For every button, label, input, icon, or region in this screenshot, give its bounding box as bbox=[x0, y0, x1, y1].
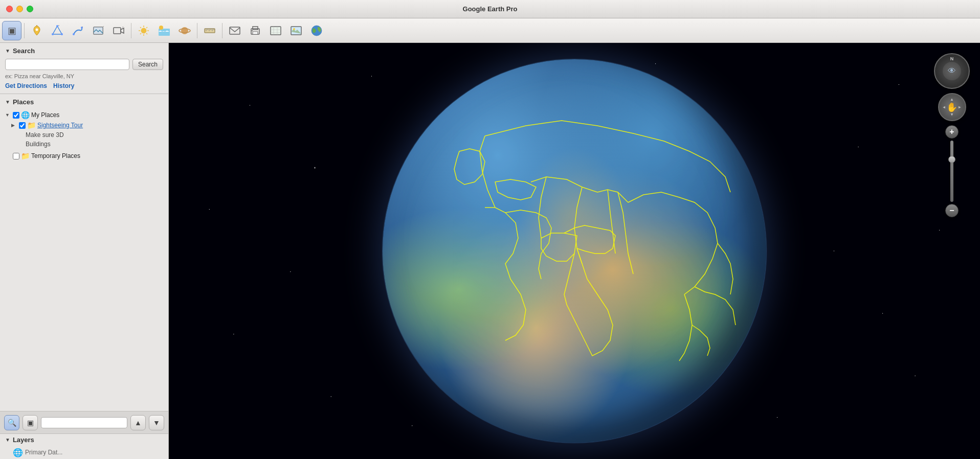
email-button[interactable] bbox=[225, 21, 244, 40]
compass-inner[interactable]: 👁 bbox=[943, 62, 961, 80]
search-mode-button[interactable]: 🔍 bbox=[4, 415, 19, 430]
svg-rect-42 bbox=[271, 27, 281, 35]
title-bar: Google Earth Pro bbox=[0, 0, 980, 18]
layer-mode-button[interactable]: ▣ bbox=[23, 415, 38, 430]
search-button[interactable]: Search bbox=[132, 59, 163, 70]
svg-point-44 bbox=[293, 28, 295, 30]
my-places-item: ▼ 🌐 My Places bbox=[5, 110, 163, 120]
sidebar-bottom-toolbar: 🔍 ▣ ▲ ▼ bbox=[0, 411, 168, 433]
sunlight-button[interactable] bbox=[134, 21, 153, 40]
folder-name-input[interactable] bbox=[41, 417, 127, 428]
zoom-out-button[interactable]: − bbox=[945, 204, 959, 217]
history-link[interactable]: History bbox=[53, 82, 74, 89]
layers-panel-header[interactable]: ▼ Layers bbox=[5, 436, 163, 444]
svg-point-27 bbox=[159, 26, 163, 30]
svg-point-41 bbox=[252, 30, 253, 31]
search-input[interactable] bbox=[5, 59, 129, 70]
temporary-places-label: Temporary Places bbox=[31, 152, 80, 159]
my-places-row[interactable]: ▼ 🌐 My Places bbox=[5, 111, 59, 119]
app-title: Google Earth Pro bbox=[463, 5, 518, 13]
add-polygon-button[interactable] bbox=[48, 21, 67, 40]
layers-panel-title: Layers bbox=[13, 436, 34, 444]
temporary-places-item: ▶ 📁 Temporary Places bbox=[5, 151, 163, 161]
my-places-icon: 🌐 bbox=[21, 111, 30, 119]
places-panel-header[interactable]: ▼ Places bbox=[5, 98, 163, 106]
sky-button[interactable] bbox=[154, 21, 174, 40]
svg-point-5 bbox=[52, 33, 54, 35]
my-places-label: My Places bbox=[31, 111, 59, 119]
svg-marker-2 bbox=[53, 26, 62, 34]
svg-line-22 bbox=[140, 27, 141, 28]
search-hint: ex: Pizza near Clayville, NY bbox=[5, 73, 163, 79]
print-button[interactable] bbox=[246, 21, 265, 40]
sightseeing-tour-row[interactable]: ▶ 📁 Sightseeing Tour bbox=[11, 121, 83, 129]
search-panel-title: Search bbox=[13, 47, 35, 55]
svg-rect-37 bbox=[230, 27, 240, 34]
add-placemark-button[interactable] bbox=[27, 21, 47, 40]
sightseeing-note-2: Buildings bbox=[26, 141, 51, 148]
toolbar-sep-4 bbox=[222, 23, 222, 38]
primary-database-label: Primary Dat... bbox=[25, 449, 62, 456]
sightseeing-tour-note: Make sure 3D Buildings bbox=[26, 130, 163, 149]
toolbar-sep-2 bbox=[131, 23, 131, 38]
planets-button[interactable] bbox=[175, 21, 194, 40]
layers-panel: ▼ Layers 🌐 Primary Dat... bbox=[0, 433, 168, 459]
save-image-button[interactable] bbox=[286, 21, 306, 40]
ruler-button[interactable] bbox=[200, 21, 219, 40]
pan-down-icon[interactable]: ▲ bbox=[950, 112, 954, 117]
move-up-button[interactable]: ▲ bbox=[130, 415, 146, 430]
country-borders-svg bbox=[383, 59, 766, 443]
sightseeing-tour-label[interactable]: Sightseeing Tour bbox=[37, 122, 83, 129]
add-path-button[interactable] bbox=[68, 21, 87, 40]
search-panel-header[interactable]: ▼ Search bbox=[5, 47, 163, 55]
earth-globe[interactable] bbox=[383, 59, 766, 443]
record-tour-button[interactable] bbox=[109, 21, 128, 40]
toolbar-sep-3 bbox=[197, 23, 197, 38]
svg-point-7 bbox=[73, 33, 75, 35]
get-directions-link[interactable]: Get Directions bbox=[5, 82, 47, 89]
close-button[interactable] bbox=[6, 6, 13, 12]
svg-rect-26 bbox=[159, 29, 170, 36]
zoom-slider-track[interactable] bbox=[950, 141, 953, 202]
pan-up-icon[interactable]: ▲ bbox=[950, 97, 954, 102]
svg-point-3 bbox=[56, 25, 58, 27]
earth-view-button[interactable] bbox=[307, 21, 326, 40]
sidebar: ▼ Search Search ex: Pizza near Clayville… bbox=[0, 43, 169, 459]
sightseeing-note-1: Make sure 3D bbox=[26, 131, 64, 139]
sightseeing-tour-arrow-icon[interactable]: ▶ bbox=[11, 123, 17, 128]
sidebar-toggle-button[interactable]: ▣ bbox=[2, 21, 21, 40]
temporary-places-icon: 📁 bbox=[21, 152, 30, 160]
svg-rect-39 bbox=[253, 27, 258, 30]
svg-line-25 bbox=[140, 33, 141, 34]
pan-right-icon[interactable]: ▲ bbox=[957, 105, 962, 109]
add-overlay-button[interactable] bbox=[88, 21, 108, 40]
sightseeing-tour-checkbox[interactable] bbox=[19, 122, 26, 129]
nav-controls: N ▲ ▲ ▲ ▲ 👁 ▲ ▲ ▲ ▲ ✋ bbox=[934, 53, 970, 217]
sightseeing-folder-icon: 📁 bbox=[27, 121, 36, 129]
places-triangle-icon: ▼ bbox=[5, 99, 10, 105]
map-area[interactable]: N ▲ ▲ ▲ ▲ 👁 ▲ ▲ ▲ ▲ ✋ bbox=[169, 43, 980, 459]
compass[interactable]: N ▲ ▲ ▲ ▲ 👁 bbox=[934, 53, 970, 89]
temporary-places-row[interactable]: ▶ 📁 Temporary Places bbox=[5, 152, 80, 160]
zoom-in-button[interactable]: + bbox=[945, 125, 959, 139]
my-places-checkbox[interactable] bbox=[13, 112, 19, 119]
layers-content-placeholder: 🌐 Primary Dat... bbox=[5, 448, 163, 457]
traffic-lights bbox=[6, 6, 33, 12]
zoom-slider-thumb[interactable] bbox=[948, 156, 955, 163]
maximize-button[interactable] bbox=[27, 6, 33, 12]
svg-point-4 bbox=[61, 33, 63, 35]
svg-marker-14 bbox=[121, 28, 124, 33]
move-down-button[interactable]: ▼ bbox=[149, 415, 164, 430]
my-places-arrow-icon[interactable]: ▼ bbox=[5, 112, 11, 118]
my-places-children: ▶ 📁 Sightseeing Tour Make sure 3D Buildi… bbox=[11, 120, 163, 149]
minimize-button[interactable] bbox=[16, 6, 23, 12]
pan-control[interactable]: ▲ ▲ ▲ ▲ ✋ bbox=[938, 93, 966, 121]
svg-point-28 bbox=[181, 27, 188, 34]
pan-left-icon[interactable]: ▲ bbox=[942, 105, 946, 109]
places-panel-title: Places bbox=[13, 98, 34, 106]
temporary-places-checkbox[interactable] bbox=[13, 153, 19, 159]
sightseeing-tour-item: ▶ 📁 Sightseeing Tour bbox=[11, 120, 163, 130]
search-triangle-icon: ▼ bbox=[5, 48, 10, 54]
svg-line-12 bbox=[103, 26, 104, 27]
google-maps-button[interactable] bbox=[266, 21, 285, 40]
